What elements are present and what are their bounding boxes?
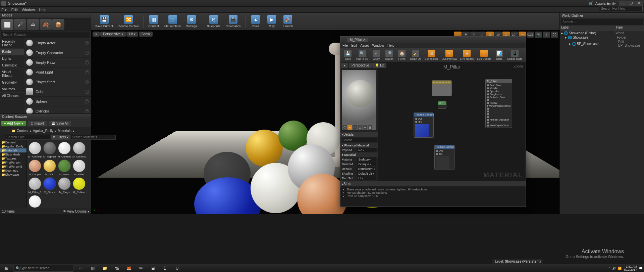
minimize-button[interactable]: — (619, 1, 627, 6)
me-tool-clean-up[interactable]: 🧹Clean Up (409, 49, 422, 61)
toolbar-launch[interactable]: 🚀Launch (280, 14, 295, 29)
me-tool-save[interactable]: 💾Save (342, 49, 354, 61)
search-help-input[interactable] (599, 6, 643, 11)
outliner-row[interactable]: ▸ 🌐 Showcase (Editor)World (560, 31, 644, 35)
toolbar-blueprints[interactable]: ⎘Blueprints (205, 14, 222, 29)
search-classes-input[interactable]: Search Classes (1, 32, 90, 38)
actor-player-start[interactable]: Player Start? (24, 77, 91, 87)
info-icon[interactable]: ? (85, 60, 89, 64)
asset-m_aluminum[interactable]: M_Aluminum (28, 142, 42, 158)
folder-icon[interactable]: 📁 (11, 129, 15, 133)
asset-m_stucco[interactable]: M_Stucco (28, 195, 42, 208)
actor-empty-actor[interactable]: Empty Actor? (24, 38, 91, 48)
section-material[interactable]: ▾ Material (340, 152, 378, 157)
outliner-col-type[interactable]: Type (615, 26, 643, 31)
me-tool-find-in-cb[interactable]: 🔍Find in CB (355, 49, 370, 61)
marketplace-icon[interactable]: 🛒 (589, 1, 593, 5)
asset-m_pillar[interactable]: M_Pillar (72, 160, 86, 176)
info-icon[interactable]: ? (85, 51, 89, 55)
lit-dropdown[interactable]: Lit ▾ (126, 32, 138, 37)
actor-empty-character[interactable]: Empty Character? (24, 48, 91, 58)
store-icon[interactable]: 🛍 (111, 265, 122, 272)
landscape-mode-button[interactable]: ⛰ (27, 19, 39, 30)
tree-materials[interactable]: 📁Materials (0, 148, 26, 152)
preview-cube-icon[interactable]: ◻ (358, 125, 362, 130)
task-view-icon[interactable]: ▥ (87, 265, 98, 272)
category-visual-effects[interactable]: Visual Effects (0, 69, 24, 79)
info-icon[interactable]: ? (85, 41, 89, 45)
section-physical-material[interactable]: ▾ Physical Material (340, 143, 378, 148)
tree-textures[interactable]: 📁Textures (0, 156, 26, 161)
actor-cube[interactable]: Cube? (24, 87, 91, 97)
scale-snap-value[interactable]: 0.25 (527, 32, 534, 38)
outliner-col-label[interactable]: Label (561, 26, 615, 31)
actor-sphere[interactable]: Sphere? (24, 97, 91, 106)
toolbar-source-control[interactable]: 🔀Source Control (116, 14, 141, 29)
prop-value[interactable]: Default Lit ▾ (357, 172, 376, 176)
tree-staticmesh[interactable]: 📁StaticMesh (0, 152, 26, 156)
me-perspective-dropdown[interactable]: Perspective (349, 63, 372, 68)
info-icon[interactable]: ? (85, 80, 89, 84)
result-pin[interactable]: Normal (487, 101, 511, 104)
texture-sample-node-1[interactable]: Texture Sample UVs Tex (414, 112, 434, 138)
path-seg-2[interactable]: Materials (58, 129, 71, 133)
outliner-search-input[interactable]: Search... (561, 19, 643, 25)
asset-m_plastic[interactable]: M_Plastic (43, 177, 56, 194)
perspective-dropdown[interactable]: Perspective ▾ (100, 32, 126, 37)
me-tool-home[interactable]: 🏠Home (396, 49, 408, 61)
material-result-node[interactable]: M_Pillar Base ColorMetallicSpecularRough… (485, 79, 512, 128)
asset-m_ceramic[interactable]: M_Ceramic (58, 142, 71, 158)
tray-volume-icon[interactable]: 🔊 (612, 267, 616, 270)
me-menu-asset[interactable]: Asset (360, 44, 369, 47)
toolbar-content[interactable]: ▦Content (146, 14, 161, 29)
material-tab[interactable]: M_Pillar ✕ (347, 38, 368, 42)
camera-speed-value[interactable]: 4 (543, 32, 550, 38)
show-dropdown[interactable]: Show (139, 32, 153, 37)
prop-value[interactable]: Opaque ▾ (357, 162, 376, 166)
path-seg-1[interactable]: Aguilar_Emily (33, 129, 53, 133)
me-tool-apply[interactable]: ✓Apply (370, 49, 382, 61)
result-pin[interactable] (487, 107, 511, 110)
result-pin[interactable]: Base Color (487, 84, 511, 87)
me-tool-search[interactable]: 🔎Search (383, 49, 395, 61)
paint-mode-button[interactable]: 🖌 (14, 19, 26, 30)
geometry-mode-button[interactable]: 📦 (52, 19, 64, 30)
result-pin[interactable]: Ambient Occlusion (487, 118, 511, 121)
me-tool-connectors[interactable]: ⊞Connectors (423, 49, 440, 61)
me-tool-live-preview[interactable]: 👁Live Preview (440, 49, 458, 61)
scalar-node[interactable]: 0.6 (438, 101, 446, 109)
actor-empty-pawn[interactable]: Empty Pawn? (24, 58, 91, 67)
asset-m_chromium[interactable]: M_Chromium (72, 142, 86, 158)
info-icon[interactable]: ? (85, 109, 89, 113)
toolbar-save-current[interactable]: 💾Save Current (93, 14, 115, 29)
toolbar-cinematics[interactable]: 🎬Cinematics (224, 14, 243, 29)
category-recently-placed[interactable]: Recently Placed (0, 38, 24, 49)
sources-toggle-icon[interactable]: ⊞ (1, 135, 4, 140)
result-pin[interactable]: Metallic (487, 87, 511, 90)
path-back-icon[interactable]: ← (2, 129, 5, 133)
preview-sphere-icon[interactable]: ● (347, 125, 352, 130)
toolbar-marketplace[interactable]: 🛒Marketplace (162, 14, 183, 29)
material-graph[interactable]: M_Pillar Zoom MATERIAL 0.44,0.44,0.44 0.… (378, 62, 526, 181)
me-lit-dropdown[interactable]: 💡Lit (372, 63, 386, 68)
tree-geometry[interactable]: 📁Geometry (0, 169, 26, 173)
info-icon[interactable]: ? (85, 99, 89, 103)
menu-edit[interactable]: Edit (11, 8, 18, 12)
import-button[interactable]: ↥ Import (28, 121, 46, 126)
view-options-button[interactable]: 👁 View Options ▾ (63, 210, 89, 213)
search-folders-input[interactable] (5, 135, 50, 140)
tree-content[interactable]: 📁Content (0, 140, 26, 144)
place-mode-button[interactable]: ⬜ (1, 19, 13, 30)
category-all-classes[interactable]: All Classes (0, 93, 24, 99)
prop-value[interactable]: Nc ▾ (357, 148, 376, 152)
me-tool-live-nodes[interactable]: ◉Live Nodes (459, 49, 475, 61)
taskbar-clock[interactable]: 1:51 AM 8/19/2017 (624, 265, 637, 271)
category-geometry[interactable]: Geometry (0, 79, 24, 86)
foliage-mode-button[interactable]: 🍂 (40, 19, 52, 30)
result-pin[interactable] (487, 121, 511, 124)
me-menu-help[interactable]: Help (387, 44, 394, 47)
save-all-button[interactable]: 💾 Save All (49, 121, 71, 126)
result-pin[interactable]: Pixel Depth Offset (487, 124, 511, 127)
prop-value[interactable]: Surface ▾ (357, 157, 376, 162)
me-tool-mobile-stats[interactable]: 📱Mobile Stats (506, 49, 524, 61)
